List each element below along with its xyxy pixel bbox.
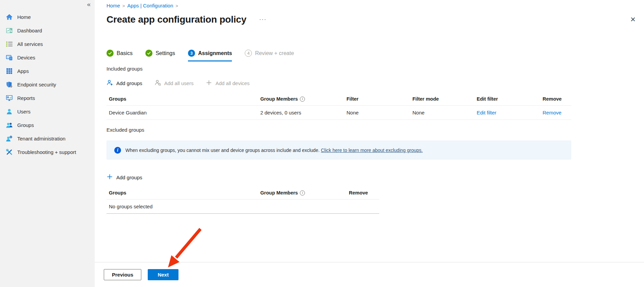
- column-header-remove: Remove: [543, 96, 570, 102]
- step-number-badge: 3: [188, 50, 195, 57]
- sidebar-item-devices[interactable]: Devices: [0, 51, 95, 64]
- main-panel: Home>Apps | Configuration> Create app co…: [95, 0, 644, 287]
- excluded-groups-table: Groups Group Members i Remove No groups …: [106, 188, 379, 214]
- sidebar-item-label: Endpoint security: [17, 82, 56, 87]
- breadcrumb-apps-configuration-link[interactable]: Apps | Configuration: [127, 3, 173, 8]
- breadcrumb-separator: >: [175, 3, 178, 8]
- column-header-groups: Groups: [109, 96, 260, 102]
- group-name-cell: Device Guardian: [109, 110, 260, 115]
- step-number-badge: 4: [245, 50, 252, 57]
- more-menu-icon[interactable]: ···: [259, 16, 266, 23]
- step-complete-check-icon: [106, 50, 114, 57]
- sidebar-item-label: Devices: [17, 55, 35, 60]
- plus-icon: [106, 174, 113, 181]
- wizard-steps: Basics Settings 3 Assignments 4 Review +…: [106, 50, 644, 61]
- sidebar-item-label: Groups: [17, 122, 34, 128]
- tab-review-create[interactable]: 4 Review + create: [245, 50, 294, 61]
- sidebar-item-endpoint-security[interactable]: Endpoint security: [0, 78, 95, 91]
- dashboard-icon: [6, 27, 13, 34]
- app-window: « Home Dashboard All services: [0, 0, 644, 287]
- column-header-label: Group Members: [260, 96, 298, 102]
- tenant-admin-icon: [6, 135, 13, 142]
- column-header-label: Group Members: [260, 190, 298, 195]
- previous-button[interactable]: Previous: [104, 269, 141, 280]
- sidebar-item-label: All services: [17, 41, 43, 47]
- page-title: Create app configuration policy: [106, 14, 246, 25]
- next-button[interactable]: Next: [148, 269, 178, 280]
- sidebar-item-label: Users: [17, 109, 30, 114]
- sidebar-item-reports[interactable]: Reports: [0, 91, 95, 105]
- tab-label: Settings: [156, 50, 175, 56]
- sidebar-item-label: Reports: [17, 95, 35, 101]
- info-icon[interactable]: i: [300, 190, 305, 195]
- filter-mode-cell: None: [412, 110, 477, 115]
- tab-settings[interactable]: Settings: [145, 50, 175, 61]
- add-groups-button[interactable]: Add groups: [106, 79, 142, 87]
- column-header-group-members: Group Members i: [260, 96, 347, 102]
- edit-filter-link[interactable]: Edit filter: [477, 110, 496, 115]
- troubleshooting-icon: [6, 149, 13, 156]
- included-groups-table: Groups Group Members i Filter Filter mod…: [106, 94, 571, 120]
- group-members-cell: 2 devices, 0 users: [260, 110, 347, 115]
- included-groups-toolbar: Add groups Add all users Add all devices: [106, 79, 644, 87]
- table-row: Device Guardian 2 devices, 0 users None …: [106, 106, 571, 120]
- person-search-icon: [154, 79, 161, 87]
- banner-text: When excluding groups, you cannot mix us…: [125, 148, 423, 153]
- breadcrumb-separator: >: [122, 3, 125, 8]
- filter-cell: None: [347, 110, 412, 115]
- tab-basics[interactable]: Basics: [106, 50, 133, 61]
- reports-icon: [6, 95, 13, 102]
- add-all-users-button: Add all users: [154, 79, 194, 87]
- sidebar-item-label: Home: [17, 14, 31, 20]
- column-header-remove: Remove: [349, 190, 379, 195]
- title-row: Create app configuration policy ···: [106, 14, 644, 25]
- info-icon[interactable]: i: [300, 97, 305, 102]
- table-header-row: Groups Group Members i Remove: [106, 188, 379, 200]
- sidebar-item-troubleshooting-support[interactable]: Troubleshooting + support: [0, 145, 95, 159]
- breadcrumb: Home>Apps | Configuration>: [106, 3, 644, 9]
- learn-more-link[interactable]: Click here to learn more about excluding…: [321, 148, 423, 153]
- tab-label: Assignments: [198, 50, 232, 56]
- column-header-groups: Groups: [109, 190, 260, 195]
- add-all-devices-button: Add all devices: [206, 79, 249, 87]
- table-header-row: Groups Group Members i Filter Filter mod…: [106, 94, 571, 106]
- info-icon: i: [114, 147, 121, 154]
- sidebar-nav: Home Dashboard All services Devices: [0, 0, 95, 159]
- all-services-icon: [6, 41, 13, 48]
- step-complete-check-icon: [145, 50, 152, 57]
- devices-icon: [6, 54, 13, 61]
- sidebar-item-home[interactable]: Home: [0, 10, 95, 24]
- sidebar-item-tenant-administration[interactable]: Tenant administration: [0, 132, 95, 145]
- tab-assignments[interactable]: 3 Assignments: [188, 50, 232, 61]
- wizard-footer: Previous Next: [95, 262, 644, 287]
- sidebar-item-label: Dashboard: [17, 28, 42, 33]
- person-add-icon: [106, 79, 113, 87]
- content-area: Home>Apps | Configuration> Create app co…: [95, 0, 644, 262]
- remove-link[interactable]: Remove: [543, 110, 562, 115]
- toolbar-button-label: Add groups: [116, 80, 142, 86]
- sidebar-item-all-services[interactable]: All services: [0, 37, 95, 51]
- toolbar-button-label: Add all users: [164, 80, 194, 86]
- sidebar-item-apps[interactable]: Apps: [0, 64, 95, 78]
- empty-state-text: No groups selected: [109, 204, 379, 209]
- column-header-filter-mode: Filter mode: [412, 96, 477, 102]
- sidebar-item-users[interactable]: Users: [0, 105, 95, 118]
- sidebar-item-groups[interactable]: Groups: [0, 118, 95, 132]
- tab-label: Basics: [117, 50, 133, 56]
- breadcrumb-home-link[interactable]: Home: [106, 3, 120, 8]
- close-icon[interactable]: ×: [630, 15, 636, 24]
- sidebar-item-label: Troubleshooting + support: [17, 149, 76, 155]
- sidebar-collapse-icon[interactable]: «: [87, 1, 91, 8]
- excluded-add-groups-button[interactable]: Add groups: [106, 174, 644, 181]
- empty-table-row: No groups selected: [106, 200, 379, 214]
- endpoint-security-icon: [6, 81, 13, 88]
- sidebar-item-dashboard[interactable]: Dashboard: [0, 24, 95, 37]
- column-header-filter: Filter: [347, 96, 412, 102]
- sidebar-item-label: Tenant administration: [17, 136, 66, 141]
- excluded-groups-heading: Excluded groups: [106, 127, 644, 133]
- banner-message: When excluding groups, you cannot mix us…: [125, 148, 319, 153]
- button-label: Add groups: [116, 175, 142, 180]
- sidebar: « Home Dashboard All services: [0, 0, 95, 287]
- column-header-group-members: Group Members i: [260, 190, 349, 195]
- toolbar-button-label: Add all devices: [215, 80, 249, 86]
